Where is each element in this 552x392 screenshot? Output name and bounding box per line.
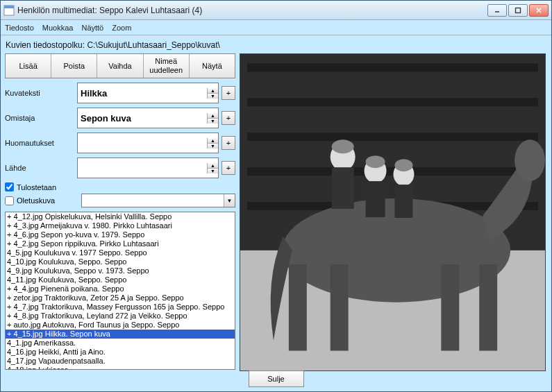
menu-edit[interactable]: Muokkaa [42,24,74,32]
window-root: Henkilön multimediat: Seppo Kalevi Luhta… [0,0,552,392]
caption-plus-button[interactable]: + [221,86,235,100]
list-item[interactable]: 4_1.jpg Amerikassa. [6,339,235,348]
svg-point-29 [394,159,412,171]
list-item[interactable]: + 4_12.jpg Opiskelukuva, Helsinki Vallil… [6,212,235,221]
list-item[interactable]: + 4_2.jpg Sepon rippikuva. Pirkko Luhtas… [6,239,235,248]
minimize-button[interactable] [487,4,507,17]
owner-down-icon[interactable]: ▼ [207,119,218,123]
svg-point-20 [515,139,545,181]
source-input-wrap: ▲▼ [77,157,219,178]
default-label: Oletuskuva [17,196,55,205]
owner-input-wrap: ▲▼ [77,108,219,128]
delete-button[interactable]: Poista [51,54,97,78]
source-plus-button[interactable]: + [221,161,235,175]
svg-rect-22 [332,167,354,209]
list-item[interactable]: + 4_3.jpg Armeijakuva v. 1980. Pirkko Lu… [6,221,235,230]
owner-label: Omistaja [5,114,77,122]
print-label: Tulostetaan [17,183,56,191]
list-item[interactable]: + 4_8.jpg Traktorikuva, Leyland 272 ja V… [6,312,235,321]
svg-rect-25 [366,181,385,217]
menu-file[interactable]: Tiedosto [5,24,34,32]
svg-rect-28 [394,185,412,218]
menubar: Tiedosto Muokkaa Näyttö Zoom [1,20,551,35]
toolbar: Lisää Poista Vaihda Nimeä uudelleen Näyt… [5,53,235,78]
footer: Sulje [1,370,551,387]
list-item[interactable]: + 4_15.jpg Hilkka. Sepon kuva [6,330,235,339]
source-input[interactable] [78,162,207,175]
owner-up-icon[interactable]: ▲ [207,113,218,119]
owner-input[interactable] [78,112,207,125]
list-item[interactable]: 4_18.jpg Lukiossa. [6,366,235,370]
app-icon [3,5,15,16]
svg-rect-16 [289,264,307,351]
maximize-button[interactable] [508,4,528,17]
list-item[interactable]: + 4_7.jpg Traktorikuva, Massey Fergusson… [6,302,235,312]
list-item[interactable]: 4_17.jpg Vapaudenpatsaalla. [6,357,235,366]
dialog-close-button[interactable]: Sulje [249,370,304,387]
swap-button[interactable]: Vaihda [97,54,143,78]
owner-plus-button[interactable]: + [221,111,235,125]
svg-rect-18 [441,264,459,351]
caption-up-icon[interactable]: ▲ [207,88,218,94]
notes-input-wrap: ▲▼ [77,133,219,153]
notes-input[interactable] [78,137,207,150]
content-area: Kuvien tiedostopolku: C:\Sukujut\Luhtasa… [1,37,551,391]
source-down-icon[interactable]: ▼ [207,169,218,173]
list-item[interactable]: 4_11.jpg Koulukuva, Seppo. Seppo [6,275,235,284]
image-preview [240,53,546,371]
window-buttons [487,4,549,17]
caption-down-icon[interactable]: ▼ [207,94,218,99]
notes-label: Huomautukset [5,139,77,147]
notes-down-icon[interactable]: ▼ [207,144,218,148]
svg-rect-12 [247,167,538,176]
menu-view[interactable]: Näyttö [81,24,103,32]
notes-plus-button[interactable]: + [221,136,235,150]
svg-rect-1 [4,6,14,8]
source-label: Lähde [5,164,77,172]
add-button[interactable]: Lisää [6,54,51,78]
svg-point-23 [332,139,354,153]
list-item[interactable]: 4_9.jpg Koulukuva, Seppo v. 1973. Seppo [6,266,235,275]
caption-input[interactable] [78,87,207,100]
svg-rect-11 [247,133,538,141]
source-up-icon[interactable]: ▲ [207,163,218,169]
show-button[interactable]: Näytä [190,54,235,78]
default-combo[interactable]: ▼ [81,194,235,207]
svg-rect-19 [479,264,497,351]
list-item[interactable]: + 4_4.jpg Pienenä poikana. Seppo [6,284,235,293]
print-checkbox[interactable] [5,182,14,191]
list-item[interactable]: 4_16.jpg Heikki, Antti ja Aino. [6,348,235,357]
default-checkbox[interactable] [5,196,14,205]
left-panel: Lisää Poista Vaihda Nimeä uudelleen Näyt… [5,53,235,370]
svg-rect-9 [247,63,538,71]
list-item[interactable]: + 4_6.jpg Sepon yo-kuva v. 1979. Seppo [6,230,235,239]
file-listbox[interactable]: + 4_12.jpg Opiskelukuva, Helsinki Vallil… [5,212,235,370]
list-item[interactable]: 4_10.jpg Koulukuva, Seppo. Seppo [6,257,235,266]
close-button[interactable] [529,4,549,17]
titlebar: Henkilön multimediat: Seppo Kalevi Luhta… [1,1,551,20]
list-item[interactable]: + auto.jpg Autokuva, Ford Taunus ja Sepp… [6,321,235,330]
svg-rect-3 [516,8,521,12]
caption-label: Kuvateksti [5,89,77,97]
svg-point-26 [366,155,385,168]
list-item[interactable]: + zetor.jpg Traktorikuva, Zetor 25 A ja … [6,293,235,302]
svg-rect-10 [247,98,538,106]
form-area: Kuvateksti ▲▼ + Omistaja ▲▼ + [5,83,235,207]
notes-up-icon[interactable]: ▲ [207,138,218,144]
dropdown-icon[interactable]: ▼ [224,194,235,207]
window-title: Henkilön multimediat: Seppo Kalevi Luhta… [17,6,487,15]
svg-rect-17 [331,264,349,351]
path-label: Kuvien tiedostopolku: C:\Sukujut\Luhtasa… [4,40,548,50]
caption-input-wrap: ▲▼ [77,83,219,103]
rename-button[interactable]: Nimeä uudelleen [144,54,190,78]
menu-zoom[interactable]: Zoom [112,24,131,32]
list-item[interactable]: 4_5.jpg Koulukuva v. 1977 Seppo. Seppo [6,248,235,257]
